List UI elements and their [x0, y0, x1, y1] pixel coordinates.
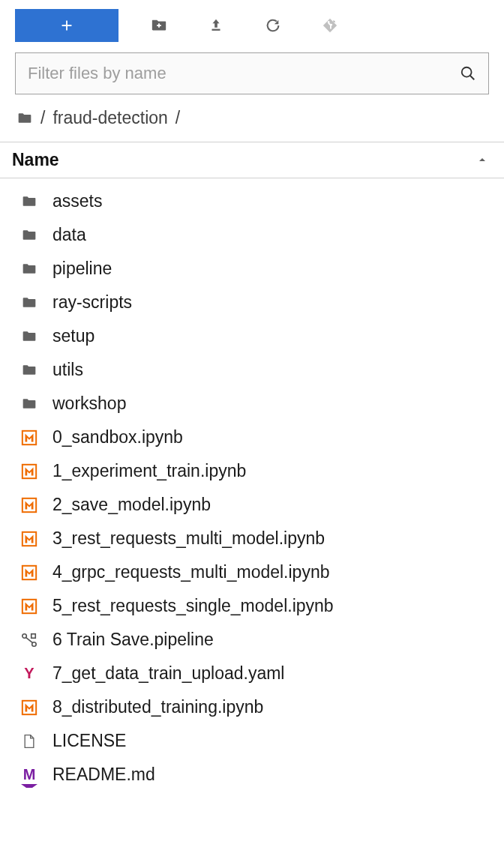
list-item[interactable]: 4_grpc_requests_multi_model.ipynb	[0, 555, 504, 589]
list-item[interactable]: data	[0, 218, 504, 252]
list-item[interactable]: LICENSE	[0, 724, 504, 758]
list-item[interactable]: ray-scripts	[0, 286, 504, 319]
file-name: 0_sandbox.ipynb	[52, 427, 183, 447]
filter-input[interactable]	[28, 64, 460, 83]
file-name: setup	[52, 326, 94, 346]
list-item[interactable]: assets	[0, 184, 504, 218]
filter-box[interactable]	[15, 52, 489, 94]
file-name: data	[52, 225, 86, 245]
file-name: workshop	[52, 394, 126, 414]
folder-icon	[20, 259, 39, 279]
refresh-icon	[265, 17, 281, 34]
folder-plus-icon	[151, 17, 167, 34]
file-name: 4_grpc_requests_multi_model.ipynb	[52, 562, 330, 582]
folder-icon	[20, 394, 39, 414]
file-name: 8_distributed_training.ipynb	[52, 697, 263, 717]
new-launcher-button[interactable]	[15, 9, 118, 42]
notebook-icon	[20, 563, 39, 582]
breadcrumb-folder[interactable]: fraud-detection	[52, 108, 167, 128]
file-list: assetsdatapipelineray-scriptssetuputilsw…	[0, 178, 504, 792]
upload-button[interactable]	[200, 12, 232, 39]
file-name: utils	[52, 360, 83, 380]
notebook-icon	[20, 462, 39, 481]
notebook-icon	[20, 428, 39, 447]
list-item[interactable]: 3_rest_requests_multi_model.ipynb	[0, 522, 504, 555]
file-name: 5_rest_requests_single_model.ipynb	[52, 596, 334, 616]
list-item[interactable]: 2_save_model.ipynb	[0, 488, 504, 522]
list-item[interactable]: pipeline	[0, 252, 504, 286]
plus-icon	[58, 17, 75, 34]
file-name: assets	[52, 191, 102, 211]
list-item[interactable]: setup	[0, 319, 504, 353]
folder-icon	[20, 192, 39, 211]
folder-icon	[20, 361, 39, 380]
list-item[interactable]: 0_sandbox.ipynb	[0, 421, 504, 454]
markdown-icon: M	[20, 765, 39, 785]
search-icon	[460, 65, 476, 82]
list-item[interactable]: MREADME.md	[0, 758, 504, 792]
notebook-icon	[20, 495, 39, 515]
folder-icon	[20, 327, 39, 346]
list-item[interactable]: Y7_get_data_train_upload.yaml	[0, 657, 504, 690]
file-name: 6 Train Save.pipeline	[52, 630, 214, 650]
file-name: ray-scripts	[52, 292, 132, 313]
list-header[interactable]: Name	[0, 142, 504, 178]
folder-icon	[20, 293, 39, 313]
name-column-header[interactable]: Name	[12, 150, 59, 170]
upload-icon	[208, 17, 224, 34]
breadcrumb-separator: /	[176, 108, 180, 128]
file-name: pipeline	[52, 259, 112, 279]
git-clone-button[interactable]	[314, 12, 346, 39]
file-name: README.md	[52, 765, 155, 785]
notebook-icon	[20, 597, 39, 616]
pipeline-icon	[20, 630, 39, 650]
refresh-button[interactable]	[256, 12, 290, 39]
file-name: 7_get_data_train_upload.yaml	[52, 663, 284, 684]
file-name: 2_save_model.ipynb	[52, 495, 211, 515]
new-folder-button[interactable]	[142, 12, 176, 39]
file-name: 1_experiment_train.ipynb	[52, 461, 246, 481]
folder-icon	[16, 111, 33, 126]
file-name: 3_rest_requests_multi_model.ipynb	[52, 528, 325, 549]
list-item[interactable]: 6 Train Save.pipeline	[0, 623, 504, 657]
list-item[interactable]: 5_rest_requests_single_model.ipynb	[0, 589, 504, 623]
list-item[interactable]: 8_distributed_training.ipynb	[0, 690, 504, 724]
file-icon	[20, 732, 39, 751]
breadcrumb-separator: /	[40, 108, 45, 128]
file-name: LICENSE	[52, 731, 126, 751]
breadcrumb[interactable]: / fraud-detection /	[0, 105, 504, 142]
sort-ascending-icon	[477, 156, 488, 165]
git-icon	[322, 17, 338, 34]
list-item[interactable]: 1_experiment_train.ipynb	[0, 454, 504, 488]
yaml-icon: Y	[20, 664, 39, 684]
folder-icon	[20, 226, 39, 245]
notebook-icon	[20, 698, 39, 717]
list-item[interactable]: utils	[0, 353, 504, 387]
notebook-icon	[20, 529, 39, 549]
list-item[interactable]: workshop	[0, 387, 504, 421]
